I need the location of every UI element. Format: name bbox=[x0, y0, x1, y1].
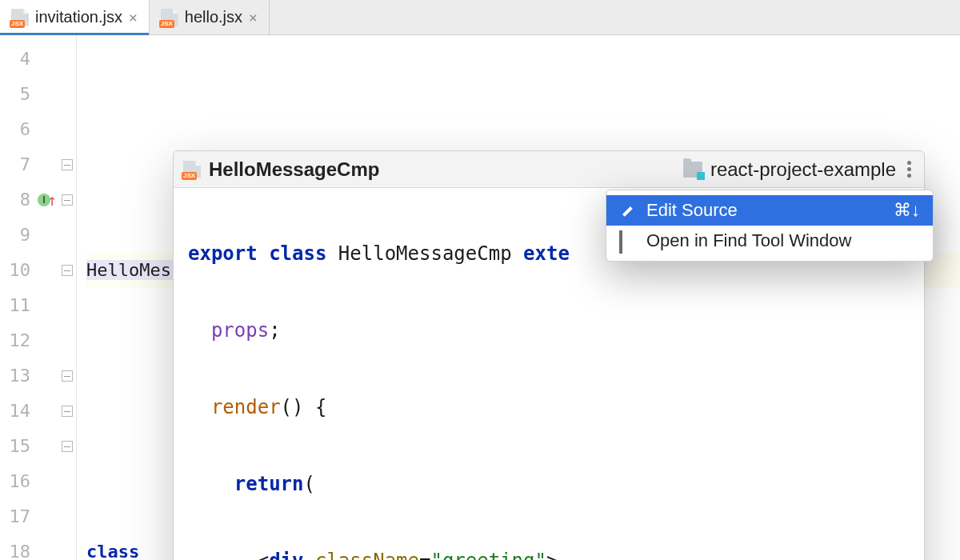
tab-invitation[interactable]: JSX invitation.jsx × bbox=[0, 0, 150, 34]
line-number-gutter: 4 5 6 7 8 9 10 11 12 13 14 15 16 17 18 bbox=[0, 35, 37, 560]
line-number: 18 bbox=[0, 534, 30, 560]
tab-label: invitation.jsx bbox=[35, 8, 122, 26]
line-number: 8 bbox=[0, 182, 30, 218]
line-number: 10 bbox=[0, 253, 30, 288]
window-icon bbox=[619, 232, 637, 250]
jsx-badge: JSX bbox=[182, 172, 197, 180]
code-line: render() { bbox=[188, 388, 910, 426]
close-icon[interactable]: × bbox=[129, 10, 138, 25]
jsx-file-icon: JSX bbox=[11, 9, 29, 26]
marker-gutter: I ↑ bbox=[37, 35, 58, 560]
tab-hello[interactable]: JSX hello.jsx × bbox=[150, 0, 270, 34]
fold-toggle-icon[interactable] bbox=[62, 265, 73, 276]
folder-icon bbox=[683, 162, 702, 178]
line-number: 14 bbox=[0, 394, 30, 429]
edit-icon bbox=[619, 202, 637, 219]
code-line bbox=[86, 112, 960, 147]
fold-gutter bbox=[58, 35, 77, 560]
close-icon[interactable]: × bbox=[249, 10, 258, 25]
code-line: <div className="greeting"> bbox=[188, 542, 910, 560]
jsx-badge: JSX bbox=[159, 20, 174, 28]
tab-bar: JSX invitation.jsx × JSX hello.jsx × bbox=[0, 0, 960, 35]
line-number: 17 bbox=[0, 499, 30, 534]
editor[interactable]: 4 5 6 7 8 9 10 11 12 13 14 15 16 17 18 I… bbox=[0, 35, 960, 560]
fold-toggle-icon[interactable] bbox=[62, 370, 73, 382]
line-number: 11 bbox=[0, 288, 30, 323]
context-menu: Edit Source ⌘↓ Open in Find Tool Window bbox=[606, 190, 934, 262]
popup-title: HelloMessageCmp bbox=[209, 158, 379, 181]
popup-header: JSX HelloMessageCmp react-project-exampl… bbox=[174, 151, 924, 188]
fold-toggle-icon[interactable] bbox=[62, 159, 73, 170]
more-options-icon[interactable] bbox=[904, 158, 914, 181]
fold-toggle-icon[interactable] bbox=[62, 441, 73, 452]
line-number: 6 bbox=[0, 112, 30, 147]
menu-item-open-in-find[interactable]: Open in Find Tool Window bbox=[606, 226, 933, 256]
jsx-file-icon: JSX bbox=[161, 9, 178, 26]
jsx-file-icon: JSX bbox=[183, 161, 201, 178]
line-number: 13 bbox=[0, 358, 30, 394]
menu-item-label: Open in Find Tool Window bbox=[646, 230, 851, 251]
menu-item-label: Edit Source bbox=[646, 200, 738, 221]
code-line: props; bbox=[188, 311, 910, 350]
line-number: 16 bbox=[0, 464, 30, 499]
fold-toggle-icon[interactable] bbox=[62, 194, 73, 206]
tab-label: hello.jsx bbox=[185, 8, 242, 26]
code-line: return( bbox=[188, 465, 910, 503]
fold-toggle-icon[interactable] bbox=[62, 406, 73, 417]
jsx-badge: JSX bbox=[10, 20, 25, 28]
line-number: 9 bbox=[0, 218, 30, 253]
quick-definition-popup: JSX HelloMessageCmp react-project-exampl… bbox=[173, 150, 925, 560]
menu-item-shortcut: ⌘↓ bbox=[894, 200, 920, 221]
line-number: 4 bbox=[0, 42, 30, 77]
menu-item-edit-source[interactable]: Edit Source ⌘↓ bbox=[606, 195, 933, 226]
line-number: 15 bbox=[0, 429, 30, 464]
line-number: 12 bbox=[0, 323, 30, 358]
popup-project-name: react-project-example bbox=[710, 158, 896, 181]
line-number: 5 bbox=[0, 77, 30, 112]
line-number: 7 bbox=[0, 147, 30, 182]
override-up-arrow-icon[interactable]: ↑ bbox=[47, 182, 57, 218]
